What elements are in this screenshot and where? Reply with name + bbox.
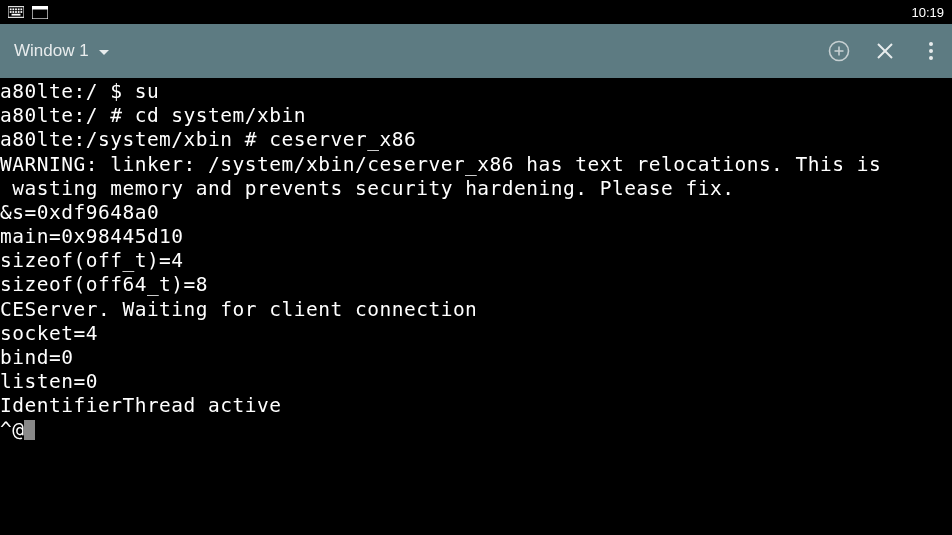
terminal-line: sizeof(off64_t)=8 [0, 273, 952, 297]
terminal-line: CEServer. Waiting for client connection [0, 298, 952, 322]
terminal-cursor [24, 420, 35, 440]
svg-rect-8 [15, 11, 17, 13]
terminal-line: main=0x98445d10 [0, 225, 952, 249]
terminal-input-prefix: ^@ [0, 418, 24, 441]
svg-rect-6 [10, 11, 12, 13]
toolbar-actions [828, 40, 942, 62]
terminal-line: IdentifierThread active [0, 394, 952, 418]
terminal-line: bind=0 [0, 346, 952, 370]
svg-rect-2 [12, 8, 14, 10]
terminal-line: wasting memory and prevents security har… [0, 177, 952, 201]
svg-point-19 [929, 42, 933, 46]
terminal-line: sizeof(off_t)=4 [0, 249, 952, 273]
svg-rect-5 [20, 8, 22, 10]
svg-rect-11 [12, 14, 21, 16]
svg-rect-9 [18, 11, 20, 13]
app-toolbar: Window 1 [0, 24, 952, 78]
terminal-line: &s=0xdf9648a0 [0, 201, 952, 225]
svg-rect-10 [20, 11, 22, 13]
svg-rect-3 [15, 8, 17, 10]
terminal-line: listen=0 [0, 370, 952, 394]
svg-rect-13 [32, 6, 48, 10]
status-left-icons [8, 5, 48, 19]
window-label: Window 1 [14, 41, 89, 61]
window-icon [32, 5, 48, 19]
close-button[interactable] [874, 40, 896, 62]
terminal-line: a80lte:/ # cd system/xbin [0, 104, 952, 128]
terminal-line: a80lte:/ $ su [0, 80, 952, 104]
keyboard-icon [8, 5, 24, 19]
status-bar: 10:19 [0, 0, 952, 24]
svg-rect-4 [18, 8, 20, 10]
chevron-down-icon [99, 50, 109, 55]
status-time: 10:19 [911, 5, 944, 20]
more-menu-button[interactable] [920, 40, 942, 62]
window-selector[interactable]: Window 1 [14, 41, 109, 61]
terminal-output[interactable]: a80lte:/ $ sua80lte:/ # cd system/xbina8… [0, 78, 952, 443]
terminal-line: ^@ [0, 418, 952, 442]
svg-point-21 [929, 56, 933, 60]
terminal-line: a80lte:/system/xbin # ceserver_x86 [0, 128, 952, 152]
terminal-line: socket=4 [0, 322, 952, 346]
svg-point-20 [929, 49, 933, 53]
svg-rect-1 [10, 8, 12, 10]
terminal-line: WARNING: linker: /system/xbin/ceserver_x… [0, 153, 952, 177]
add-button[interactable] [828, 40, 850, 62]
svg-rect-7 [12, 11, 14, 13]
